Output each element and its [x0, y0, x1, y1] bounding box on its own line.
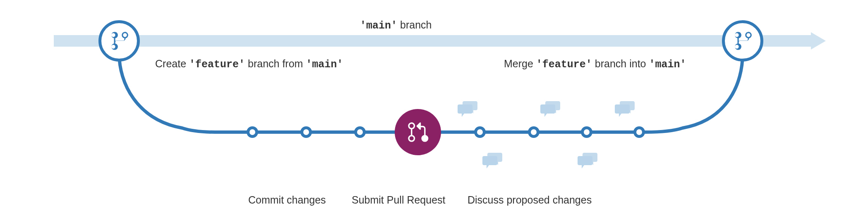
chat-bubble-icon: [455, 101, 480, 122]
chat-bubble-icon: [538, 101, 563, 122]
commit-dot: [300, 126, 312, 138]
commit-dot: [633, 126, 645, 138]
commit-dot: [581, 126, 592, 138]
main-branch-bar: [54, 35, 814, 47]
git-branch-icon: [109, 29, 129, 52]
commit-dot: [247, 126, 258, 138]
git-branch-end-node: [722, 20, 763, 62]
chat-bubble-icon: [575, 153, 600, 173]
main-branch-label: 'main' branch: [360, 19, 432, 32]
commit-changes-caption: Commit changes: [248, 194, 326, 206]
create-branch-label: Create 'feature' branch from 'main': [155, 58, 343, 71]
commit-dot: [354, 126, 366, 138]
commit-dot: [528, 126, 540, 138]
pull-request-node: [395, 109, 441, 155]
git-branch-icon: [732, 29, 753, 52]
git-branch-start-node: [98, 20, 140, 62]
discuss-caption: Discuss proposed changes: [468, 194, 592, 206]
main-branch-arrow-icon: [811, 32, 826, 50]
chat-bubble-icon: [480, 153, 505, 173]
submit-pr-caption: Submit Pull Request: [352, 194, 446, 206]
commit-dot: [474, 126, 486, 138]
merge-branch-label: Merge 'feature' branch into 'main': [504, 58, 686, 71]
chat-bubble-icon: [612, 101, 637, 122]
pull-request-icon: [407, 120, 429, 145]
